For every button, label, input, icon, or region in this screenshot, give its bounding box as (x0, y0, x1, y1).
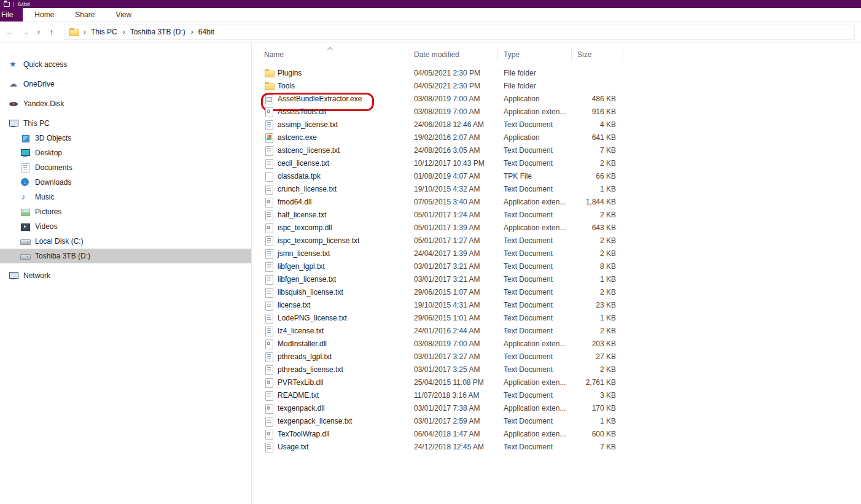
file-row[interactable]: license.txt 19/10/2015 4:31 AM Text Docu… (252, 298, 861, 311)
file-menu-tab[interactable]: File (0, 8, 23, 21)
sidebar-item[interactable]: 3D Objects (0, 131, 251, 145)
sidebar-item[interactable]: OneDrive (0, 77, 251, 91)
back-button[interactable]: ← (2, 25, 17, 39)
file-row[interactable]: TexToolWrap.dll 06/04/2018 1:47 AM Appli… (252, 427, 861, 440)
file-name: cecil_license.txt (278, 159, 329, 168)
recent-locations-dropdown[interactable]: ∨ (34, 25, 43, 39)
explorer-icon (4, 2, 10, 7)
forward-button[interactable]: → (18, 25, 33, 39)
file-row[interactable]: ModInstaller.dll 03/08/2019 7:00 AM Appl… (252, 337, 861, 350)
sidebar-item[interactable]: Desktop (0, 145, 251, 160)
address-bar[interactable]: This PC Toshiba 3TB (D:) 64bit (64, 25, 855, 40)
file-row[interactable]: AssetsTools.dll 03/08/2019 7:00 AM Appli… (252, 105, 861, 118)
file-row[interactable]: cecil_license.txt 10/12/2017 10:43 PM Te… (252, 157, 861, 169)
sidebar-item[interactable]: Network (0, 268, 251, 283)
file-type-icon (264, 94, 274, 104)
file-row[interactable]: classdata.tpk 01/08/2019 4:07 AM TPK Fil… (252, 169, 861, 182)
file-date-modified: 11/07/2018 3:16 AM (408, 391, 498, 400)
sidebar-item[interactable]: Downloads (0, 175, 251, 190)
file-row[interactable]: AssetBundleExtractor.exe 03/08/2019 7:00… (252, 92, 861, 105)
file-row[interactable]: lz4_license.txt 24/01/2016 2:44 AM Text … (252, 324, 861, 337)
ribbon-tab[interactable]: View (106, 8, 141, 21)
sidebar-item[interactable]: Music (0, 190, 251, 204)
sidebar-item[interactable]: Toshiba 3TB (D:) (0, 249, 251, 263)
file-size: 2 KB (572, 211, 623, 219)
file-type-icon (264, 145, 274, 155)
file-size: 486 KB (572, 95, 623, 103)
breadcrumb-item[interactable]: Toshiba 3TB (D:) (118, 26, 186, 37)
sidebar-item[interactable]: Videos (0, 219, 251, 234)
file-row[interactable]: texgenpack_license.txt 03/01/2017 2:59 A… (252, 414, 861, 427)
file-name-cell: ispc_texcomp_license.txt (252, 236, 408, 246)
breadcrumb-item[interactable]: This PC (79, 26, 118, 37)
file-date-modified: 05/01/2017 1:39 AM (408, 223, 498, 232)
column-header-size[interactable]: Size (572, 48, 623, 61)
ribbon-tab[interactable]: Share (66, 8, 104, 21)
file-size: 23 KB (572, 301, 623, 309)
sidebar-item[interactable]: Documents (0, 160, 251, 175)
file-row[interactable]: LodePNG_license.txt 29/06/2015 1:01 AM T… (252, 311, 861, 324)
file-row[interactable]: README.txt 11/07/2018 3:16 AM Text Docum… (252, 389, 861, 401)
sidebar-item[interactable]: This PC (0, 116, 251, 131)
file-row[interactable]: texgenpack.dll 03/01/2017 7:38 AM Applic… (252, 401, 861, 414)
file-row[interactable]: astcenc.exe 19/02/2016 2:07 AM Applicati… (252, 131, 861, 144)
file-row[interactable]: pthreads_license.txt 03/01/2017 3:25 AM … (252, 363, 861, 376)
file-date-modified: 19/02/2016 2:07 AM (408, 133, 498, 142)
file-row[interactable]: Tools 04/05/2021 2:30 PM File folder (252, 79, 861, 92)
column-header-name[interactable]: Name (252, 48, 408, 61)
file-name: AssetsTools.dll (278, 107, 326, 116)
ribbon-tab[interactable]: Home (25, 8, 63, 21)
up-button[interactable]: ↑ (44, 25, 59, 39)
file-row[interactable]: Plugins 04/05/2021 2:30 PM File folder (252, 66, 861, 79)
file-row[interactable]: crunch_license.txt 19/10/2015 4:32 AM Te… (252, 182, 861, 195)
file-name-cell: half_license.txt (252, 210, 408, 220)
file-type: Text Document (498, 365, 572, 374)
title-bar[interactable]: 64bit (0, 0, 861, 8)
sidebar-item[interactable]: Pictures (0, 204, 251, 219)
file-type: Application exten... (498, 404, 572, 413)
file-type: File folder (498, 82, 572, 90)
column-header-date-label: Date modified (414, 50, 459, 59)
sidebar-item-label: OneDrive (23, 80, 55, 88)
file-name: ispc_texcomp_license.txt (278, 236, 359, 245)
file-row[interactable]: libfgen_lgpl.txt 03/01/2017 3:21 AM Text… (252, 260, 861, 273)
file-date-modified: 24/01/2016 2:44 AM (408, 327, 498, 335)
file-row[interactable]: libfgen_license.txt 03/01/2017 3:21 AM T… (252, 273, 861, 285)
file-date-modified: 10/12/2017 10:43 PM (408, 159, 498, 168)
file-name-cell: pthreads_license.txt (252, 365, 408, 374)
file-size: 3 KB (572, 391, 623, 400)
file-type: Text Document (498, 327, 572, 335)
file-row[interactable]: fmod64.dll 07/05/2015 3:40 AM Applicatio… (252, 195, 861, 208)
file-date-modified: 05/01/2017 1:24 AM (408, 211, 498, 219)
sidebar-item-label: Toshiba 3TB (D:) (35, 252, 90, 260)
column-header-type[interactable]: Type (498, 48, 572, 61)
file-type-icon (264, 249, 274, 258)
main-area: Quick access OneDrive Yandex.Disk This P… (0, 42, 861, 504)
file-type: Text Document (498, 159, 572, 168)
file-date-modified: 04/05/2021 2:30 PM (408, 69, 498, 77)
file-row[interactable]: libsquish_license.txt 29/06/2015 1:07 AM… (252, 285, 861, 298)
file-row[interactable]: ispc_texcomp_license.txt 05/01/2017 1:27… (252, 234, 861, 247)
file-row[interactable]: astcenc_license.txt 24/08/2016 3:05 AM T… (252, 144, 861, 157)
file-row[interactable]: half_license.txt 05/01/2017 1:24 AM Text… (252, 208, 861, 221)
file-size: 203 KB (572, 339, 623, 348)
navigation-toolbar: ← → ∨ ↑ This PC Toshiba 3TB (D:) 64bit (0, 22, 861, 42)
file-name-cell: Usage.txt (252, 442, 408, 452)
file-row[interactable]: jsmn_license.txt 24/04/2017 1:39 AM Text… (252, 247, 861, 260)
file-row[interactable]: PVRTexLib.dll 25/04/2015 11:08 PM Applic… (252, 376, 861, 389)
file-row[interactable]: assimp_license.txt 24/06/2018 12:46 AM T… (252, 118, 861, 131)
file-name-cell: README.txt (252, 390, 408, 400)
file-type-icon (264, 287, 274, 297)
sidebar-item[interactable]: Local Disk (C:) (0, 234, 251, 249)
file-row[interactable]: pthreads_lgpl.txt 03/01/2017 3:27 AM Tex… (252, 350, 861, 363)
column-header-date-modified[interactable]: Date modified (408, 48, 498, 61)
column-header-name-label: Name (264, 50, 284, 59)
file-name: fmod64.dll (278, 198, 311, 206)
sidebar-item[interactable]: Quick access (0, 57, 251, 72)
file-name-cell: libfgen_lgpl.txt (252, 262, 408, 271)
sidebar-item[interactable]: Yandex.Disk (0, 96, 251, 111)
file-row[interactable]: ispc_texcomp.dll 05/01/2017 1:39 AM Appl… (252, 221, 861, 234)
file-row[interactable]: Usage.txt 24/12/2018 12:45 AM Text Docum… (252, 440, 861, 453)
breadcrumb-item[interactable]: 64bit (186, 26, 215, 37)
file-name: README.txt (278, 391, 319, 400)
